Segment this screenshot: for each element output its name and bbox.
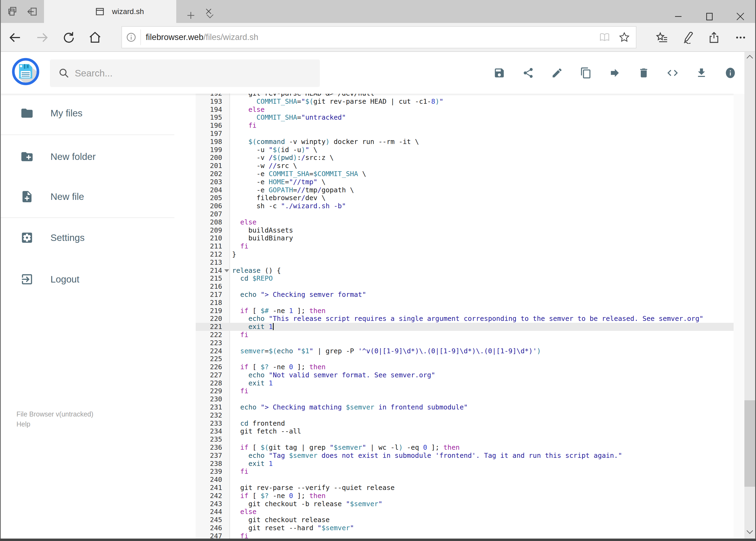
download-button[interactable] bbox=[687, 52, 716, 94]
line-number[interactable]: 241 bbox=[196, 484, 222, 492]
line-number[interactable]: 198 bbox=[196, 138, 222, 146]
sidebar-item-my-files[interactable]: My files bbox=[1, 100, 174, 127]
code-line-197[interactable]: 197 bbox=[174, 130, 744, 138]
line-number[interactable]: 218 bbox=[196, 299, 222, 307]
raw-code-button[interactable] bbox=[658, 52, 687, 94]
code-line-208[interactable]: 208 else bbox=[174, 218, 744, 226]
line-number[interactable]: 207 bbox=[196, 210, 222, 218]
line-number[interactable]: 225 bbox=[196, 355, 222, 363]
code-line-225[interactable]: 225 bbox=[174, 355, 744, 363]
search-box[interactable] bbox=[50, 59, 320, 87]
window-minimize-button[interactable] bbox=[674, 12, 683, 21]
code-line-206[interactable]: 206 sh -c "./wizard.sh -b" bbox=[174, 202, 744, 210]
move-button[interactable] bbox=[600, 52, 629, 94]
code-line-192[interactable]: 192 git rev-parse HEAD &> /dev/null bbox=[174, 94, 744, 98]
sidebar-item-new-folder[interactable]: New folder bbox=[1, 143, 174, 170]
code-line-216[interactable]: 216 bbox=[174, 282, 744, 290]
code-line-247[interactable]: 247 fi bbox=[174, 532, 744, 539]
code-line-234[interactable]: 234 git fetch --all bbox=[174, 427, 744, 435]
line-number[interactable]: 247 bbox=[196, 532, 222, 539]
line-number[interactable]: 246 bbox=[196, 524, 222, 532]
forward-icon[interactable] bbox=[34, 23, 51, 52]
line-number[interactable]: 242 bbox=[196, 492, 222, 500]
line-number[interactable]: 199 bbox=[196, 146, 222, 154]
line-number[interactable]: 210 bbox=[196, 234, 222, 242]
code-line-241[interactable]: 241 git rev-parse --verify --quiet relea… bbox=[174, 484, 744, 492]
line-number[interactable]: 208 bbox=[196, 218, 222, 226]
line-number[interactable]: 195 bbox=[196, 114, 222, 122]
code-line-246[interactable]: 246 git reset --hard "$semver" bbox=[174, 524, 744, 532]
code-line-245[interactable]: 245 git checkout release bbox=[174, 516, 744, 524]
code-line-201[interactable]: 201 -w //src \ bbox=[174, 162, 744, 170]
line-number[interactable]: 223 bbox=[196, 339, 222, 347]
code-line-244[interactable]: 244 else bbox=[174, 508, 744, 516]
code-line-228[interactable]: 228 exit 1 bbox=[174, 379, 744, 387]
share-icon[interactable] bbox=[705, 23, 723, 52]
line-number[interactable]: 219 bbox=[196, 307, 222, 315]
hub-favorites-icon[interactable] bbox=[653, 23, 670, 52]
line-number[interactable]: 197 bbox=[196, 130, 222, 138]
code-line-209[interactable]: 209 buildAssets bbox=[174, 226, 744, 235]
back-icon[interactable] bbox=[6, 23, 24, 52]
code-line-193[interactable]: 193 COMMIT_SHA="$(git rev-parse HEAD | c… bbox=[174, 98, 744, 106]
line-number[interactable]: 206 bbox=[196, 202, 222, 210]
tab-list-chevron-icon[interactable] bbox=[206, 14, 214, 19]
line-number[interactable]: 229 bbox=[196, 387, 222, 395]
code-line-223[interactable]: 223 bbox=[174, 339, 744, 347]
line-number[interactable]: 193 bbox=[196, 98, 222, 106]
line-number[interactable]: 237 bbox=[196, 452, 222, 460]
search-input[interactable] bbox=[75, 68, 320, 79]
line-number[interactable]: 243 bbox=[196, 500, 222, 508]
code-line-203[interactable]: 203 -e HOME="//tmp" \ bbox=[174, 178, 744, 186]
code-line-231[interactable]: 231 echo "> Checking matching $semver in… bbox=[174, 403, 744, 411]
line-number[interactable]: 214 bbox=[196, 267, 222, 275]
code-line-207[interactable]: 207 bbox=[174, 210, 744, 218]
favorite-star-icon[interactable] bbox=[619, 32, 630, 43]
code-line-230[interactable]: 230 bbox=[174, 395, 744, 403]
code-line-233[interactable]: 233 cd frontend bbox=[174, 419, 744, 427]
tab-wizard-sh[interactable]: wizard.sh bbox=[44, 0, 176, 23]
line-number[interactable]: 203 bbox=[196, 178, 222, 186]
info-button[interactable] bbox=[716, 52, 745, 94]
line-number[interactable]: 226 bbox=[196, 363, 222, 371]
set-tabs-aside-icon[interactable] bbox=[26, 6, 38, 17]
tab-preview-icon[interactable] bbox=[7, 6, 18, 17]
refresh-icon[interactable] bbox=[60, 23, 78, 52]
code-line-196[interactable]: 196 fi bbox=[174, 122, 744, 130]
code-line-238[interactable]: 238 exit 1 bbox=[174, 460, 744, 468]
line-number[interactable]: 245 bbox=[196, 516, 222, 524]
line-number[interactable]: 205 bbox=[196, 194, 222, 202]
line-number[interactable]: 216 bbox=[196, 282, 222, 290]
code-editor[interactable]: 192 git rev-parse HEAD &> /dev/null193 C… bbox=[174, 94, 744, 539]
more-options-icon[interactable] bbox=[732, 23, 749, 52]
line-number[interactable]: 222 bbox=[196, 331, 222, 339]
code-line-240[interactable]: 240 bbox=[174, 476, 744, 484]
code-line-205[interactable]: 205 filebrowser/dev \ bbox=[174, 194, 744, 202]
line-number[interactable]: 196 bbox=[196, 122, 222, 130]
line-number[interactable]: 209 bbox=[196, 226, 222, 235]
line-number[interactable]: 202 bbox=[196, 170, 222, 178]
line-number[interactable]: 238 bbox=[196, 460, 222, 468]
code-line-219[interactable]: 219 if [ $# -ne 1 ]; then bbox=[174, 307, 744, 315]
site-info-icon[interactable] bbox=[126, 32, 136, 43]
code-line-235[interactable]: 235 bbox=[174, 435, 744, 443]
line-number[interactable]: 231 bbox=[196, 403, 222, 411]
code-line-212[interactable]: 212} bbox=[174, 251, 744, 259]
code-line-226[interactable]: 226 if [ $? -ne 0 ]; then bbox=[174, 363, 744, 371]
code-line-229[interactable]: 229 fi bbox=[174, 387, 744, 395]
code-line-217[interactable]: 217 echo "> Checking semver format" bbox=[174, 290, 744, 299]
code-line-195[interactable]: 195 COMMIT_SHA="untracked" bbox=[174, 114, 744, 122]
code-line-200[interactable]: 200 -v /$(pwd):/src:z \ bbox=[174, 154, 744, 162]
line-number[interactable]: 194 bbox=[196, 106, 222, 114]
line-number[interactable]: 204 bbox=[196, 186, 222, 194]
line-number[interactable]: 224 bbox=[196, 347, 222, 355]
line-number[interactable]: 227 bbox=[196, 371, 222, 379]
code-line-224[interactable]: 224 semver=$(echo "$1" | grep -P '^v(0|[… bbox=[174, 347, 744, 355]
code-line-237[interactable]: 237 echo "Tag $semver does not exist in … bbox=[174, 452, 744, 460]
help-link[interactable]: Help bbox=[16, 419, 94, 429]
code-line-215[interactable]: 215 cd $REPO bbox=[174, 274, 744, 282]
code-line-242[interactable]: 242 if [ $? -ne 0 ]; then bbox=[174, 492, 744, 500]
window-close-button[interactable] bbox=[736, 12, 745, 21]
code-line-232[interactable]: 232 bbox=[174, 411, 744, 419]
line-number[interactable]: 192 bbox=[196, 94, 222, 98]
